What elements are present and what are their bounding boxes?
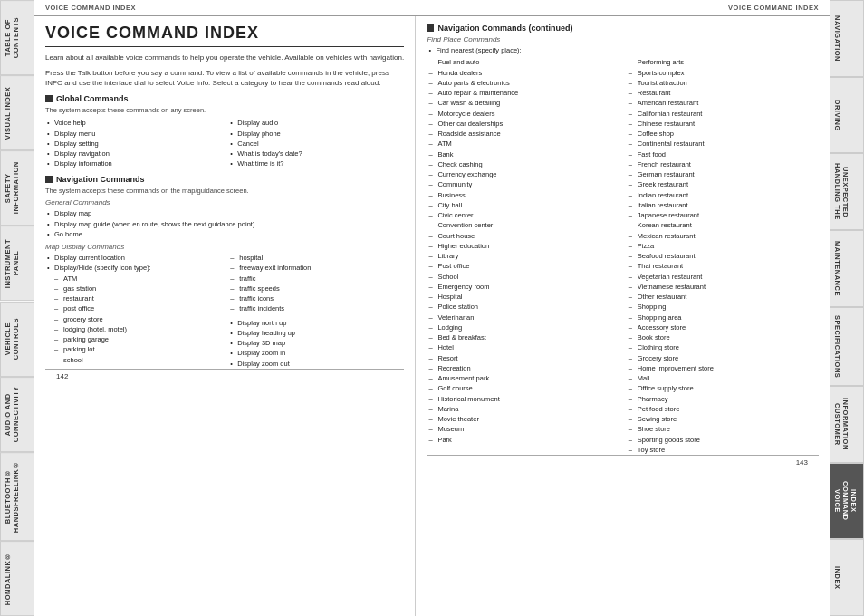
sidebar-tab-voice[interactable]: VOICE COMMAND INDEX: [830, 463, 864, 540]
general-commands-list: Display map Display map guide (when en r…: [45, 208, 404, 239]
sidebar-tab-specs[interactable]: SPECIFICATIONS: [830, 307, 864, 386]
right-section-icon: [427, 24, 434, 32]
list-item: Hospital: [427, 292, 619, 302]
list-item: Park: [427, 435, 619, 445]
list-item: Check cashing: [427, 159, 619, 169]
list-item: Sports complex: [627, 68, 819, 78]
sidebar-tab-maintenance[interactable]: MAINTENANCE: [830, 230, 864, 307]
list-item: Californian restaurant: [627, 109, 819, 119]
list-item: hospital: [228, 253, 404, 263]
list-item: Sewing store: [627, 414, 819, 424]
sidebar-tab-bluetooth[interactable]: BLUETOOTH® HANDSFREELINK®: [0, 452, 34, 541]
sidebar-tab-index[interactable]: INDEX: [830, 539, 864, 616]
list-item: Display setting: [45, 139, 221, 149]
sidebar-tab-visual[interactable]: VISUAL INDEX: [0, 75, 34, 150]
list-item: Display information: [45, 159, 221, 168]
list-item: Thai restaurant: [627, 261, 819, 271]
intro-line2: Press the Talk button before you say a c…: [45, 68, 404, 88]
list-item: Roadside assistance: [427, 129, 619, 139]
right-page-number: 143: [427, 455, 819, 469]
find-nearest-item: Find nearest (specify place):: [427, 45, 819, 55]
global-commands-cols: Voice help Display menu Display setting …: [45, 118, 404, 168]
list-item: Mexican restaurant: [627, 231, 819, 241]
list-item: Display zoom out: [228, 359, 404, 369]
list-item: Display north up: [228, 318, 404, 328]
global-list1: Voice help Display menu Display setting …: [45, 118, 221, 168]
list-item: restaurant: [53, 294, 221, 303]
list-item: Clothing store: [627, 342, 819, 352]
list-item: Book store: [627, 332, 819, 342]
list-item: Grocery store: [627, 353, 819, 363]
list-item: Voice help: [45, 118, 221, 128]
page-title: VOICE COMMAND INDEX: [45, 24, 404, 47]
global-commands-icon: [45, 95, 53, 102]
sidebar-tab-handling[interactable]: HANDLING THE UNEXPECTED: [830, 153, 864, 230]
sidebar-tab-instrument[interactable]: INSTRUMENT PANEL: [0, 226, 34, 301]
sidebar-tab-safety[interactable]: SAFETY INFORMATION: [0, 150, 34, 226]
list-item: Veterinarian: [427, 313, 619, 322]
list-item: Vegetarian restaurant: [627, 272, 819, 282]
list-item: Bed & breakfast: [427, 332, 619, 342]
list-item: traffic icons: [228, 294, 404, 303]
list-item: Community: [427, 179, 619, 189]
list-item: Display phone: [228, 129, 404, 139]
general-commands-title: General Commands: [45, 198, 404, 207]
list-item: Honda dealers: [427, 68, 619, 78]
list-item: Office supply store: [627, 383, 819, 393]
list-item: Restaurant: [627, 88, 819, 98]
list-item: Pizza: [627, 241, 819, 251]
list-item: Civic center: [427, 210, 619, 220]
list-item: What time is it?: [228, 159, 404, 168]
list-item: Display zoom in: [228, 348, 404, 358]
list-item: Display/Hide (specify icon type):: [45, 263, 221, 273]
find-col1: Fuel and auto Honda dealers Auto parts &…: [427, 57, 619, 455]
list-item: Motorcycle dealers: [427, 109, 619, 119]
sidebar-tab-hondalink[interactable]: HONDALINK®: [0, 541, 34, 616]
sidebar-tab-vehicle[interactable]: VEHICLE CONTROLS: [0, 302, 34, 377]
list-item: ATM: [427, 139, 619, 149]
list-item: Emergency room: [427, 282, 619, 292]
global-commands-title: Global Commands: [56, 94, 129, 103]
find-nearest-intro: Find nearest (specify place):: [427, 45, 819, 55]
global-list2: Display audio Display phone Cancel What …: [228, 118, 404, 168]
list-item: Sporting goods store: [627, 435, 819, 445]
sidebar-tab-driving[interactable]: DRIVING: [830, 77, 864, 154]
list-item: Court house: [427, 231, 619, 241]
list-item: parking garage: [53, 334, 221, 344]
list-item: Car wash & detailing: [427, 98, 619, 108]
sidebar-tab-audio[interactable]: AUDIO AND CONNECTIVITY: [0, 377, 34, 452]
top-bar-right: VOICE COMMAND INDEX: [728, 4, 819, 12]
list-item: Coffee shop: [627, 129, 819, 139]
top-bar-left: VOICE COMMAND INDEX: [45, 4, 136, 12]
sidebar-tab-navigation[interactable]: NAVIGATION: [830, 0, 864, 77]
list-item: City hall: [427, 200, 619, 210]
page-num-right: 143: [796, 458, 808, 467]
list-item: Display heading up: [228, 328, 404, 338]
list-item: traffic speeds: [228, 284, 404, 294]
global-col1: Voice help Display menu Display setting …: [45, 118, 221, 168]
list-item: Shoe store: [627, 424, 819, 434]
sidebar-tab-toc[interactable]: TABLE OF CONTENTS: [0, 0, 34, 75]
list-item: Italian restaurant: [627, 200, 819, 210]
map-list1: Display current location Display/Hide (s…: [45, 253, 221, 274]
list-item: Shopping: [627, 302, 819, 312]
list-item: Hotel: [427, 342, 619, 352]
list-item: Continental restaurant: [627, 139, 819, 149]
list-item: school: [53, 355, 221, 365]
list-item: Post office: [427, 261, 619, 271]
list-item: Chinese restaurant: [627, 119, 819, 129]
global-col2: Display audio Display phone Cancel What …: [228, 118, 404, 168]
right-section-title: Navigation Commands (continued): [437, 24, 572, 33]
list-item: Japanese restaurant: [627, 210, 819, 220]
list-item: parking lot: [53, 344, 221, 354]
list-item: Pet food store: [627, 404, 819, 414]
list-item: traffic incidents: [228, 303, 404, 313]
list-item: Mall: [627, 373, 819, 383]
sidebar-tab-customer[interactable]: CUSTOMER INFORMATION: [830, 386, 864, 463]
list-item: Display map: [45, 208, 404, 218]
right-sidebar: NAVIGATION DRIVING HANDLING THE UNEXPECT…: [830, 0, 864, 616]
list-item: Display map guide (when en route, shows …: [45, 219, 404, 229]
list-item: Marina: [427, 404, 619, 414]
find-list2: Performing arts Sports complex Tourist a…: [627, 57, 819, 455]
list-item: Cancel: [228, 139, 404, 149]
